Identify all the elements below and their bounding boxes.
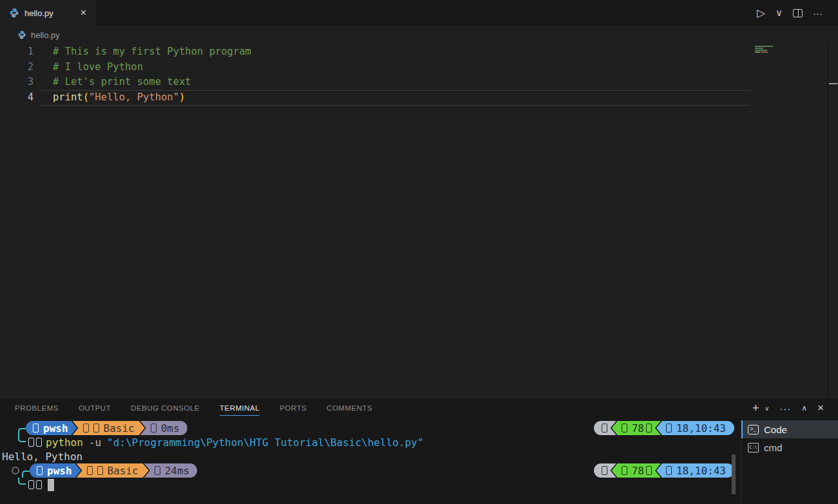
overview-ruler-border — [828, 44, 828, 397]
tab-label: hello.py — [24, 8, 53, 18]
terminal-cursor — [48, 479, 54, 491]
python-file-icon — [9, 8, 19, 18]
close-tab-icon[interactable]: × — [79, 8, 88, 18]
missing-glyph-icon — [151, 424, 157, 433]
missing-glyph-icon — [36, 438, 42, 447]
tab-hello-py[interactable]: hello.py × — [0, 0, 95, 26]
missing-glyph-icon — [155, 466, 160, 475]
run-dropdown-icon[interactable]: ∨ — [770, 7, 788, 19]
prompt-connector — [18, 435, 26, 442]
terminal-command-row: python -u "d:\Programming\Python\HTG Tut… — [2, 435, 741, 449]
missing-glyph-icon — [83, 424, 89, 433]
current-line-highlight — [41, 90, 750, 106]
missing-glyph-icon — [37, 466, 43, 475]
terminal-profile-dropdown-icon[interactable]: ∨ — [765, 405, 774, 412]
panel-body: pwsh Basic 0ms 78 18,10:43 python -u — [0, 418, 838, 503]
prompt-duration-segment: 0ms — [140, 421, 187, 435]
panel-more-actions-icon[interactable]: ··· — [774, 403, 796, 414]
command-argument: "d:\Programming\Python\HTG Tutorial\Basi… — [107, 436, 423, 449]
close-panel-icon[interactable]: × — [812, 402, 829, 415]
panel-header: PROBLEMS OUTPUT DEBUG CONSOLE TERMINAL P… — [0, 398, 838, 418]
prompt-connector — [18, 478, 26, 485]
prompt-clock-segment: 18,10:43 — [656, 463, 734, 478]
prompt-env-segment: Basic — [73, 421, 145, 435]
comment-token: # Let's print some text — [53, 76, 191, 88]
code-editor[interactable]: 1 # This is my first Python program 2 # … — [0, 44, 838, 397]
terminal-icon: >_ — [748, 425, 759, 434]
new-terminal-button[interactable]: + — [747, 401, 765, 415]
command-output: Hello, Python — [2, 451, 82, 463]
line-number: 2 — [0, 60, 33, 75]
missing-glyph-icon — [602, 466, 607, 475]
more-actions-icon[interactable]: ··· — [808, 8, 828, 19]
cmd-icon: C:\ — [748, 443, 759, 453]
clock-icon-missing-glyph — [666, 466, 672, 475]
terminal-viewport[interactable]: pwsh Basic 0ms 78 18,10:43 python -u — [0, 418, 741, 503]
battery-icon-missing-glyph — [622, 424, 627, 433]
editor-actions: ▷ ∨ ··· — [752, 0, 838, 26]
tab-problems[interactable]: PROBLEMS — [15, 398, 59, 418]
prompt-battery-segment: 78 — [612, 463, 661, 478]
maximize-panel-icon[interactable]: ∧ — [796, 404, 812, 413]
missing-glyph-icon — [93, 424, 99, 433]
line-number-active: 4 — [0, 90, 33, 106]
prompt-shell-segment: pwsh — [26, 421, 77, 435]
vscode-window: hello.py × ▷ ∨ ··· hello.py 1 # This is … — [0, 0, 838, 504]
terminal-output-row: Hello, Python — [2, 449, 741, 463]
missing-glyph-icon — [28, 480, 34, 489]
prompt-duration-segment: 24ms — [144, 463, 198, 478]
run-python-file-button[interactable]: ▷ — [752, 6, 770, 20]
missing-glyph-icon — [36, 480, 42, 489]
code-line: 2 # I love Python — [0, 60, 838, 75]
prompt-connector — [18, 428, 26, 435]
missing-glyph-icon — [602, 424, 607, 433]
comment-token: # I love Python — [53, 61, 143, 73]
terminal-prompt-row: pwsh Basic 24ms 78 18,10:43 — [2, 463, 741, 478]
command-program: python — [46, 436, 83, 449]
missing-glyph-icon — [28, 438, 34, 447]
prompt-battery-segment: 78 — [612, 421, 661, 435]
tab-output[interactable]: OUTPUT — [79, 398, 111, 418]
command-decoration-icon[interactable] — [12, 467, 19, 474]
code-line: 1 # This is my first Python program — [0, 44, 838, 60]
panel-tabs: PROBLEMS OUTPUT DEBUG CONSOLE TERMINAL P… — [0, 398, 372, 418]
prompt-right-segments: 78 18,10:43 — [594, 463, 734, 478]
terminal-scrollbar[interactable] — [732, 454, 736, 494]
terminal-tabs-list: >_ Code C:\ cmd — [741, 418, 838, 503]
terminal-tab-code[interactable]: >_ Code — [741, 420, 838, 438]
panel-actions: + ∨ ··· ∧ × — [747, 401, 838, 415]
missing-glyph-icon — [646, 466, 652, 475]
python-file-icon — [17, 30, 26, 39]
terminal-input-row — [2, 478, 741, 492]
prompt-right-segments: 78 18,10:43 — [594, 421, 734, 435]
clock-icon-missing-glyph — [666, 424, 672, 433]
minimap[interactable] — [755, 46, 819, 53]
terminal-prompt-row: pwsh Basic 0ms 78 18,10:43 — [2, 421, 741, 435]
command-flag: -u — [89, 436, 101, 449]
code-line: 3 # Let's print some text — [0, 75, 838, 90]
tab-debug-console[interactable]: DEBUG CONSOLE — [131, 398, 200, 418]
missing-glyph-icon — [33, 424, 39, 433]
comment-token: # This is my first Python program — [53, 46, 251, 57]
missing-glyph-icon — [97, 466, 103, 475]
line-number: 1 — [0, 44, 33, 60]
tab-ports[interactable]: PORTS — [280, 398, 307, 418]
tab-strip-empty — [95, 0, 752, 26]
battery-icon-missing-glyph — [622, 466, 627, 475]
prompt-shell-segment: pwsh — [30, 463, 81, 478]
prompt-env-segment: Basic — [77, 463, 149, 478]
tab-comments[interactable]: COMMENTS — [327, 398, 372, 418]
breadcrumb: hello.py — [0, 26, 838, 44]
split-editor-icon[interactable] — [793, 9, 803, 17]
bottom-panel: PROBLEMS OUTPUT DEBUG CONSOLE TERMINAL P… — [0, 397, 838, 503]
prompt-connector — [22, 471, 30, 478]
missing-glyph-icon — [646, 424, 652, 433]
line-number: 3 — [0, 75, 33, 90]
tab-terminal[interactable]: TERMINAL — [220, 398, 260, 418]
breadcrumb-item-file[interactable]: hello.py — [31, 30, 60, 40]
editor-tab-bar: hello.py × ▷ ∨ ··· — [0, 0, 838, 26]
missing-glyph-icon — [87, 466, 93, 475]
terminal-tab-cmd[interactable]: C:\ cmd — [741, 438, 838, 456]
overview-ruler-cursor-mark — [829, 83, 837, 84]
prompt-clock-segment: 18,10:43 — [656, 421, 734, 435]
